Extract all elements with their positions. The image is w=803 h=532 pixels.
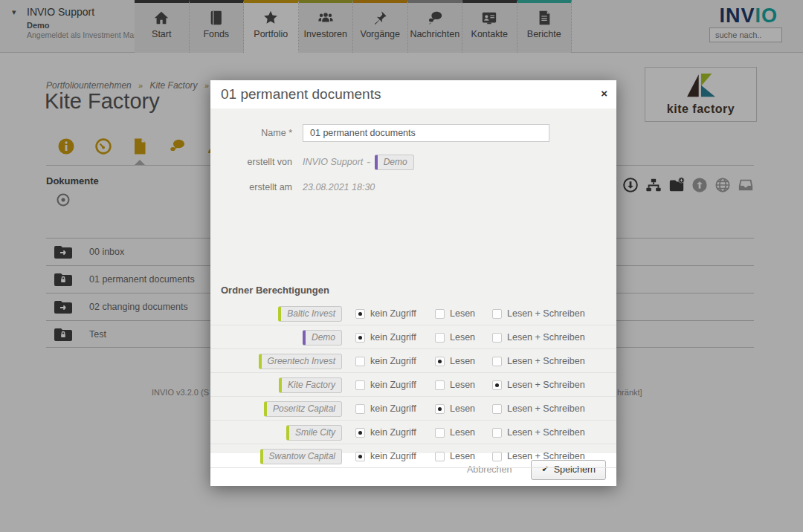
radio-label: Lesen + Schreiben xyxy=(507,332,585,343)
radio-label: kein Zugriff xyxy=(370,356,416,366)
radio-box[interactable] xyxy=(355,333,365,343)
mandant-badge: Demo xyxy=(375,155,414,170)
radio-lesen-schreiben[interactable]: Lesen + Schreiben xyxy=(492,325,585,349)
radio-lesen-schreiben[interactable]: Lesen + Schreiben xyxy=(492,302,585,325)
name-label: Name * xyxy=(210,128,292,138)
permission-row-demo: Demo kein Zugriff Lesen Lesen + Schreibe… xyxy=(210,325,616,349)
radio-box[interactable] xyxy=(492,452,502,461)
radio-label: Lesen + Schreiben xyxy=(507,427,585,438)
radio-lesen-schreiben[interactable]: Lesen + Schreiben xyxy=(492,421,585,444)
radio-lesen[interactable]: Lesen xyxy=(435,397,475,421)
radio-lesen[interactable]: Lesen xyxy=(435,302,475,325)
radio-box[interactable] xyxy=(355,428,365,438)
radio-lesen[interactable]: Lesen xyxy=(435,373,475,397)
created-by-label: erstellt von xyxy=(210,157,292,167)
radio-label: Lesen xyxy=(450,308,475,319)
close-icon[interactable]: × xyxy=(601,87,607,100)
radio-kein-zugriff[interactable]: kein Zugriff xyxy=(355,349,416,373)
permission-row-kite-factory: Kite Factory kein Zugriff Lesen Lesen + … xyxy=(210,373,616,397)
created-by-separator: - xyxy=(367,155,370,169)
created-by-value: INVIO Support xyxy=(303,157,363,167)
radio-lesen[interactable]: Lesen xyxy=(435,349,475,373)
app-screen: ▾ INVIO Support Demo Angemeldet als Inve… xyxy=(0,0,803,532)
radio-kein-zugriff[interactable]: kein Zugriff xyxy=(355,421,416,444)
radio-box[interactable] xyxy=(435,404,445,414)
radio-lesen[interactable]: Lesen xyxy=(435,421,475,444)
radio-box[interactable] xyxy=(435,333,445,343)
radio-box[interactable] xyxy=(492,380,502,390)
modal-title: 01 permanent documents xyxy=(221,86,381,103)
permission-row-poseritz-capital: Poseritz Capital kein Zugriff Lesen Lese… xyxy=(210,397,616,421)
permission-row-swantow-capital: Swantow Capital kein Zugriff Lesen Lesen… xyxy=(210,444,616,468)
modal-header: 01 permanent documents × xyxy=(210,80,616,108)
folder-name-input[interactable] xyxy=(303,124,549,142)
radio-label: Lesen xyxy=(450,380,475,390)
permissions-table: Baltic Invest kein Zugriff Lesen Lesen +… xyxy=(210,302,616,468)
created-at-label: erstellt am xyxy=(210,182,292,192)
radio-kein-zugriff[interactable]: kein Zugriff xyxy=(355,444,416,468)
radio-label: kein Zugriff xyxy=(370,403,416,414)
created-at-row: erstellt am 23.08.2021 18:30 xyxy=(210,178,616,196)
radio-label: Lesen xyxy=(450,332,475,343)
permission-row-smile-city: Smile City kein Zugriff Lesen Lesen + Sc… xyxy=(210,421,616,444)
radio-label: Lesen + Schreiben xyxy=(507,451,585,461)
radio-lesen[interactable]: Lesen xyxy=(435,325,475,349)
radio-box[interactable] xyxy=(435,357,445,366)
radio-label: kein Zugriff xyxy=(370,451,416,461)
radio-label: Lesen + Schreiben xyxy=(507,356,585,366)
radio-label: Lesen xyxy=(450,403,475,414)
radio-box[interactable] xyxy=(355,380,365,390)
radio-box[interactable] xyxy=(355,309,365,319)
radio-box[interactable] xyxy=(355,404,365,414)
radio-box[interactable] xyxy=(492,357,502,366)
permission-row-greentech-invest: Greentech Invest kein Zugriff Lesen Lese… xyxy=(210,349,616,373)
radio-label: Lesen + Schreiben xyxy=(507,380,585,390)
radio-kein-zugriff[interactable]: kein Zugriff xyxy=(355,325,416,349)
radio-lesen[interactable]: Lesen xyxy=(435,444,475,468)
permissions-heading: Ordner Berechtigungen xyxy=(221,285,329,296)
permission-row-baltic-invest: Baltic Invest kein Zugriff Lesen Lesen +… xyxy=(210,302,616,325)
radio-label: kein Zugriff xyxy=(370,380,416,390)
radio-lesen-schreiben[interactable]: Lesen + Schreiben xyxy=(492,444,585,468)
investor-badge: Demo xyxy=(303,330,342,346)
radio-kein-zugriff[interactable]: kein Zugriff xyxy=(355,397,416,421)
radio-box[interactable] xyxy=(355,357,365,366)
radio-box[interactable] xyxy=(435,309,445,319)
investor-badge: Smile City xyxy=(286,425,342,441)
radio-box[interactable] xyxy=(492,404,502,414)
radio-box[interactable] xyxy=(492,333,502,343)
created-at-value: 23.08.2021 18:30 xyxy=(303,182,375,192)
radio-box[interactable] xyxy=(492,309,502,319)
radio-label: Lesen xyxy=(450,451,475,461)
radio-label: Lesen + Schreiben xyxy=(507,308,585,319)
radio-label: kein Zugriff xyxy=(370,308,416,319)
folder-settings-modal: 01 permanent documents × Name * erstellt… xyxy=(210,80,616,486)
radio-lesen-schreiben[interactable]: Lesen + Schreiben xyxy=(492,373,585,397)
investor-badge: Baltic Invest xyxy=(278,306,342,322)
radio-box[interactable] xyxy=(355,452,365,461)
created-by-row: erstellt von INVIO Support - Demo xyxy=(210,152,616,172)
radio-kein-zugriff[interactable]: kein Zugriff xyxy=(355,373,416,397)
radio-kein-zugriff[interactable]: kein Zugriff xyxy=(355,302,416,325)
radio-label: Lesen xyxy=(450,427,475,438)
investor-badge: Poseritz Capital xyxy=(264,401,342,417)
investor-badge: Greentech Invest xyxy=(259,354,342,369)
modal-body: Name * erstellt von INVIO Support - Demo… xyxy=(210,108,616,453)
radio-label: kein Zugriff xyxy=(370,427,416,438)
radio-label: kein Zugriff xyxy=(370,332,416,343)
radio-label: Lesen + Schreiben xyxy=(507,403,585,414)
radio-lesen-schreiben[interactable]: Lesen + Schreiben xyxy=(492,397,585,421)
investor-badge: Swantow Capital xyxy=(260,449,342,464)
radio-box[interactable] xyxy=(435,428,445,438)
name-field-row: Name * xyxy=(210,122,616,144)
radio-lesen-schreiben[interactable]: Lesen + Schreiben xyxy=(492,349,585,373)
investor-badge: Kite Factory xyxy=(279,377,342,393)
radio-box[interactable] xyxy=(492,428,502,438)
radio-box[interactable] xyxy=(435,452,445,461)
radio-label: Lesen xyxy=(450,356,475,366)
radio-box[interactable] xyxy=(435,380,445,390)
